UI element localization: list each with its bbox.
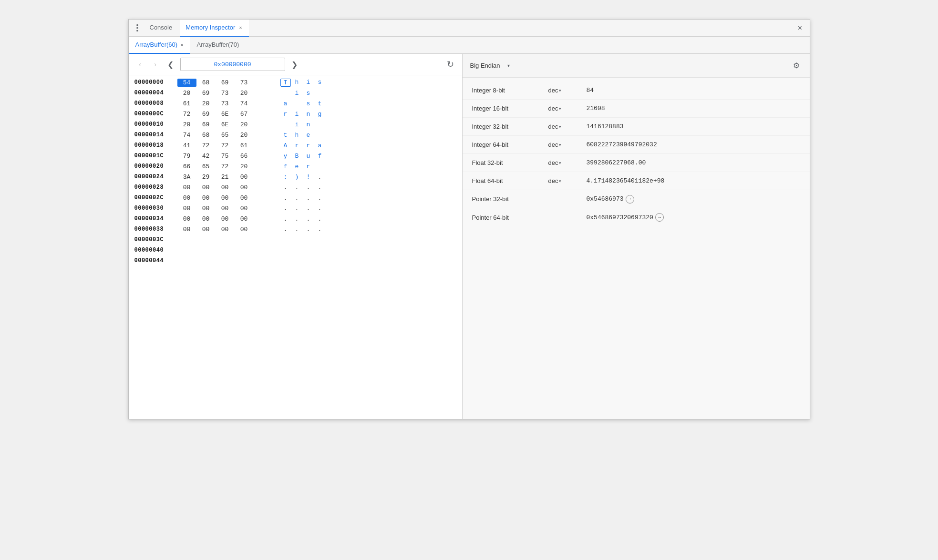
ascii-cell[interactable]: . [280, 226, 291, 233]
format-select[interactable]: dec ▾ [548, 141, 587, 148]
hex-cell[interactable]: 00 [216, 204, 235, 213]
more-options-icon[interactable] [133, 23, 142, 33]
hex-cell[interactable]: 69 [196, 110, 216, 118]
hex-cell[interactable]: 29 [196, 173, 216, 181]
ascii-cell[interactable]: i [292, 90, 302, 97]
format-select[interactable]: dec ▾ [548, 159, 587, 166]
inspector-format-dropdown[interactable]: dec ▾ [548, 123, 587, 130]
back-button[interactable]: ‹ [134, 59, 146, 70]
ascii-cell[interactable]: . [280, 205, 291, 212]
hex-cell[interactable]: 20 [235, 131, 254, 139]
hex-cell[interactable]: 6E [216, 121, 235, 129]
ascii-cell[interactable]: g [315, 111, 325, 118]
hex-cell[interactable]: 79 [177, 152, 196, 160]
hex-cell[interactable]: 72 [196, 142, 216, 150]
ascii-cell[interactable]: . [315, 205, 325, 212]
ascii-cell[interactable]: r [280, 111, 291, 118]
hex-cell[interactable]: 20 [196, 100, 216, 108]
ascii-cell[interactable]: ! [303, 173, 314, 181]
ascii-cell[interactable]: . [280, 215, 291, 223]
ascii-cell[interactable]: . [303, 184, 314, 191]
inspector-format-dropdown[interactable]: dec ▾ [548, 87, 587, 94]
hex-cell[interactable]: 00 [235, 225, 254, 234]
format-select[interactable]: dec ▾ [548, 123, 587, 130]
ascii-cell[interactable]: e [292, 163, 302, 170]
hex-cell[interactable]: 67 [235, 110, 254, 118]
ascii-cell[interactable]: B [292, 153, 302, 160]
hex-cell[interactable]: 69 [196, 89, 216, 97]
right-nav-button[interactable]: ❯ [289, 59, 300, 70]
ascii-cell[interactable]: . [315, 215, 325, 223]
hex-cell[interactable]: 00 [177, 194, 196, 202]
ascii-cell[interactable]: . [315, 173, 325, 181]
hex-cell[interactable]: 20 [235, 121, 254, 129]
ascii-cell[interactable]: s [303, 90, 314, 97]
pointer-navigate-button[interactable]: → [655, 213, 664, 222]
ascii-cell[interactable]: u [303, 153, 314, 160]
tab-console[interactable]: Console [144, 20, 178, 37]
ascii-cell[interactable]: e [303, 132, 314, 139]
ascii-cell[interactable]: n [303, 121, 314, 128]
ascii-cell[interactable]: s [315, 79, 325, 87]
hex-cell[interactable]: 00 [177, 225, 196, 234]
ascii-cell[interactable]: r [303, 142, 314, 149]
hex-cell[interactable]: 00 [216, 194, 235, 202]
hex-cell[interactable]: 00 [177, 183, 196, 192]
ascii-cell[interactable]: . [303, 226, 314, 233]
ascii-cell[interactable]: a [315, 142, 325, 149]
hex-cell[interactable]: 41 [177, 142, 196, 150]
hex-cell[interactable]: 66 [177, 163, 196, 171]
ascii-cell[interactable]: . [303, 194, 314, 202]
hex-cell[interactable]: 00 [177, 204, 196, 213]
ascii-cell[interactable]: . [292, 194, 302, 202]
ascii-cell[interactable]: y [280, 153, 291, 160]
ascii-cell[interactable]: . [303, 215, 314, 223]
hex-cell[interactable]: 72 [216, 142, 235, 150]
hex-cell[interactable]: 69 [196, 121, 216, 129]
ascii-cell[interactable]: . [315, 226, 325, 233]
ascii-cell[interactable]: . [280, 184, 291, 191]
pointer-navigate-button[interactable]: → [626, 195, 634, 204]
ascii-cell[interactable]: n [303, 111, 314, 118]
ascii-cell[interactable]: . [280, 194, 291, 202]
memory-inspector-tab-close[interactable]: × [238, 24, 243, 31]
ascii-cell[interactable] [315, 90, 325, 97]
hex-cell[interactable]: 00 [196, 204, 216, 213]
hex-cell[interactable]: 20 [177, 89, 196, 97]
inspector-format-dropdown[interactable]: dec ▾ [548, 105, 587, 112]
hex-cell[interactable]: 20 [235, 89, 254, 97]
hex-cell[interactable]: 20 [177, 121, 196, 129]
left-nav-button[interactable]: ❮ [165, 59, 176, 70]
hex-cell[interactable]: 3A [177, 173, 196, 181]
ascii-cell[interactable]: t [315, 100, 325, 107]
format-select[interactable]: dec ▾ [548, 105, 587, 112]
ascii-cell[interactable]: s [303, 100, 314, 107]
hex-cell[interactable]: 74 [177, 131, 196, 139]
address-input[interactable] [180, 58, 285, 71]
buffer-tab-arraybuffer-60[interactable]: ArrayBuffer(60) × [129, 37, 190, 54]
inspector-format-dropdown[interactable]: dec ▾ [548, 141, 587, 148]
ascii-cell[interactable]: f [280, 163, 291, 170]
hex-cell[interactable]: 42 [196, 152, 216, 160]
hex-cell[interactable]: 21 [216, 173, 235, 181]
hex-cell[interactable]: 00 [235, 183, 254, 192]
ascii-cell[interactable]: ) [292, 173, 302, 181]
format-select[interactable]: dec ▾ [548, 177, 587, 184]
ascii-cell[interactable]: . [292, 205, 302, 212]
ascii-cell[interactable]: : [280, 173, 291, 181]
ascii-cell[interactable]: . [292, 184, 302, 191]
hex-cell[interactable]: 00 [177, 215, 196, 223]
ascii-cell[interactable]: f [315, 153, 325, 160]
hex-cell[interactable]: 00 [235, 204, 254, 213]
hex-cell[interactable]: 72 [177, 110, 196, 118]
ascii-cell[interactable] [315, 132, 325, 139]
hex-cell[interactable]: 00 [196, 183, 216, 192]
forward-button[interactable]: › [150, 59, 161, 70]
ascii-cell[interactable]: . [292, 215, 302, 223]
hex-cell[interactable]: 00 [235, 194, 254, 202]
ascii-cell[interactable] [315, 163, 325, 170]
ascii-cell[interactable]: t [280, 132, 291, 139]
hex-cell[interactable]: 66 [235, 152, 254, 160]
hex-cell[interactable]: 65 [216, 131, 235, 139]
inspector-format-dropdown[interactable]: dec ▾ [548, 177, 587, 184]
